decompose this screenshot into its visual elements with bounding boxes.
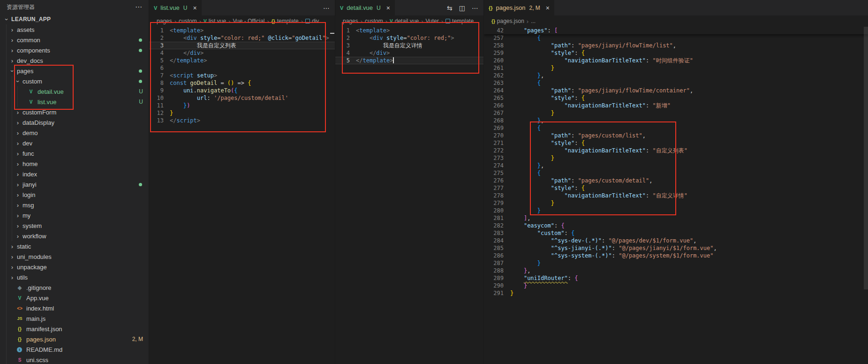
code-line-8[interactable]: 8const goDetail = () => { bbox=[149, 79, 335, 87]
tree-item-index.html[interactable]: <>index.html bbox=[0, 303, 149, 313]
code-line-289[interactable]: 289 "uniIdRouter": { bbox=[484, 274, 868, 282]
open-changes-icon[interactable]: ⇆ bbox=[447, 4, 453, 12]
more-actions-icon[interactable]: ⋯ bbox=[135, 3, 142, 11]
chevron-right-icon[interactable]: › bbox=[14, 191, 22, 198]
tree-item-demo[interactable]: ›demo bbox=[0, 128, 149, 138]
tree-item-dataDisplay[interactable]: ›dataDisplay bbox=[0, 117, 149, 128]
chevron-right-icon[interactable]: › bbox=[14, 233, 22, 240]
tree-item-manifest.json[interactable]: {}manifest.json bbox=[0, 324, 149, 334]
more-icon[interactable]: ⋯ bbox=[323, 4, 330, 12]
tree-item-utils[interactable]: ›utils bbox=[0, 272, 149, 282]
code-line-3[interactable]: 3 我是自定义列表 bbox=[149, 42, 335, 49]
code-line-13[interactable]: 13</script> bbox=[149, 117, 335, 124]
close-icon[interactable]: × bbox=[193, 4, 196, 12]
chevron-right-icon[interactable]: › bbox=[8, 26, 16, 33]
tree-item-dev_docs[interactable]: ›dev_docs bbox=[0, 55, 149, 66]
chevron-right-icon[interactable]: › bbox=[8, 274, 16, 281]
code-line-266[interactable]: 266 "navigationBarTitleText": "新增" bbox=[484, 102, 868, 109]
code-line-281[interactable]: 281 ], bbox=[484, 214, 868, 222]
tree-item-customForm[interactable]: ›customForm bbox=[0, 107, 149, 117]
code-line-3[interactable]: 3 我是自定义详情 bbox=[335, 42, 484, 49]
tree-item-my[interactable]: ›my bbox=[0, 210, 149, 220]
tree-item-home[interactable]: ›home bbox=[0, 159, 149, 169]
code-line-278[interactable]: 278 "navigationBarTitleText": "自定义详情" bbox=[484, 192, 868, 199]
chevron-right-icon[interactable]: › bbox=[8, 264, 16, 271]
code-line-7[interactable]: 7<script setup> bbox=[149, 72, 335, 79]
chevron-right-icon[interactable]: › bbox=[14, 119, 22, 126]
code-line-259[interactable]: 259 "style": { bbox=[484, 49, 868, 57]
code-line-5[interactable]: 5</template> bbox=[335, 57, 484, 64]
tree-item-assets[interactable]: ›assets bbox=[0, 24, 149, 35]
chevron-right-icon[interactable]: › bbox=[8, 57, 16, 64]
chevron-right-icon[interactable]: › bbox=[14, 222, 22, 229]
code-editor-list-vue[interactable]: 1<template>2 <div style="color: red;" @c… bbox=[149, 27, 335, 364]
code-line-10[interactable]: 10 url: '/pages/custom/detail' bbox=[149, 94, 335, 102]
code-line-12[interactable]: 12} bbox=[149, 109, 335, 117]
tree-item-pages.json[interactable]: {}pages.json2, M bbox=[0, 334, 149, 344]
tree-item-login[interactable]: ›login bbox=[0, 190, 149, 200]
code-line-6[interactable]: 6 bbox=[149, 64, 335, 72]
code-line-2[interactable]: 2 <div style="color: red;" @click="goDet… bbox=[149, 34, 335, 42]
code-line-2[interactable]: 2 <div style="color: red;"> bbox=[335, 34, 484, 42]
breadcrumb-item-custom[interactable]: custom bbox=[179, 18, 197, 24]
breadcrumb-item-custom[interactable]: custom bbox=[365, 18, 383, 24]
tree-item-App.vue[interactable]: VApp.vue bbox=[0, 293, 149, 303]
tree-item-common[interactable]: ›common bbox=[0, 35, 149, 45]
code-line-260[interactable]: 260 "navigationBarTitleText": "时间组件验证" bbox=[484, 57, 868, 64]
tree-item-func[interactable]: ›func bbox=[0, 148, 149, 159]
chevron-right-icon[interactable]: › bbox=[8, 47, 16, 54]
code-line-275[interactable]: 275 { bbox=[484, 169, 868, 177]
breadcrumb-item-list.vue[interactable]: Vlist.vue bbox=[204, 18, 226, 24]
code-line-263[interactable]: 263 { bbox=[484, 79, 868, 87]
chevron-right-icon[interactable]: › bbox=[14, 109, 22, 116]
chevron-right-icon[interactable]: › bbox=[14, 202, 22, 209]
tree-item-custom[interactable]: ›custom bbox=[0, 76, 149, 86]
tree-item-index[interactable]: ›index bbox=[0, 169, 149, 179]
breadcrumb-item-template[interactable]: {}template bbox=[272, 18, 299, 24]
tab-detail-vue[interactable]: Vdetail.vueU× bbox=[335, 0, 395, 15]
code-line-262[interactable]: 262 }, bbox=[484, 72, 868, 79]
breadcrumb-item-pages[interactable]: pages bbox=[157, 18, 172, 24]
code-line-9[interactable]: 9 uni.navigateTo({ bbox=[149, 87, 335, 94]
code-editor-pages-json[interactable]: 42 "pages": [257 {258 "path": "pages/jia… bbox=[484, 27, 868, 364]
tree-item-main.js[interactable]: JSmain.js bbox=[0, 313, 149, 324]
chevron-right-icon[interactable]: › bbox=[14, 150, 22, 157]
code-line-1[interactable]: 1<template> bbox=[149, 27, 335, 34]
breadcrumb-item-pages.json[interactable]: {}pages.json bbox=[491, 18, 524, 24]
code-line-271[interactable]: 271 "style": { bbox=[484, 139, 868, 147]
code-line-258[interactable]: 258 "path": "pages/jianyi/flowTime/list"… bbox=[484, 42, 868, 49]
code-line-270[interactable]: 270 "path": "pages/custom/list", bbox=[484, 132, 868, 139]
chevron-right-icon[interactable]: › bbox=[14, 160, 22, 167]
code-line-279[interactable]: 279 } bbox=[484, 199, 868, 207]
code-line-268[interactable]: 268 }, bbox=[484, 117, 868, 124]
chevron-right-icon[interactable]: › bbox=[14, 140, 22, 147]
code-line-261[interactable]: 261 } bbox=[484, 64, 868, 72]
code-line-269[interactable]: 269 { bbox=[484, 124, 868, 132]
tree-item-msg[interactable]: ›msg bbox=[0, 200, 149, 210]
close-icon[interactable]: × bbox=[546, 4, 550, 12]
tree-item-detail.vue[interactable]: Vdetail.vueU bbox=[0, 86, 149, 97]
code-line-290[interactable]: 290 } bbox=[484, 282, 868, 289]
tab-pages-json[interactable]: {}pages.json2, M× bbox=[484, 0, 555, 15]
code-line-287[interactable]: 287 } bbox=[484, 259, 868, 267]
more-icon[interactable]: ⋯ bbox=[472, 4, 478, 12]
code-line-276[interactable]: 276 "path": "pages/custom/detail", bbox=[484, 177, 868, 184]
code-line-11[interactable]: 11 }) bbox=[149, 102, 335, 109]
chevron-right-icon[interactable]: › bbox=[8, 37, 16, 44]
tree-item-pages[interactable]: ›pages bbox=[0, 66, 149, 76]
tree-item-uni.scss[interactable]: Suni.scss bbox=[0, 355, 149, 364]
close-icon[interactable]: × bbox=[386, 4, 390, 12]
code-line-5[interactable]: 5</template> bbox=[149, 57, 335, 64]
scrollbar[interactable] bbox=[864, 27, 868, 289]
code-line-286[interactable]: 286 "^sys-system-(.*)": "@/pages/system/… bbox=[484, 252, 868, 259]
code-line-284[interactable]: 284 "^sys-dev-(.*)": "@/pages/dev/$1/for… bbox=[484, 237, 868, 244]
code-line-272[interactable]: 272 "navigationBarTitleText": "自定义列表" bbox=[484, 147, 868, 154]
chevron-right-icon[interactable]: › bbox=[14, 181, 22, 188]
code-line-283[interactable]: 283 "custom": { bbox=[484, 229, 868, 237]
tree-item-components[interactable]: ›components bbox=[0, 45, 149, 55]
breadcrumb-item-Vuter[interactable]: Vuter bbox=[425, 18, 438, 24]
code-line-285[interactable]: 285 "^sys-jianyi-(.*)": "@/pages/jianyi/… bbox=[484, 244, 868, 252]
code-line-1[interactable]: 1<template> bbox=[335, 27, 484, 34]
code-line-42[interactable]: 42 "pages": [ bbox=[484, 27, 868, 34]
tree-item-uni_modules[interactable]: ›uni_modules bbox=[0, 251, 149, 262]
